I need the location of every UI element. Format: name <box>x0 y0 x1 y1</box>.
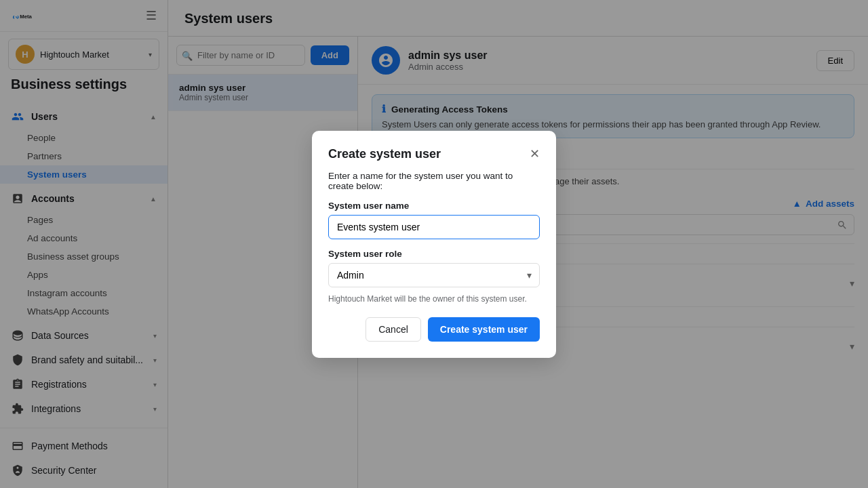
system-user-role-label: System user role <box>328 249 540 259</box>
system-user-name-label: System user name <box>328 201 540 211</box>
cancel-button[interactable]: Cancel <box>366 317 421 342</box>
create-system-user-button[interactable]: Create system user <box>428 317 540 342</box>
modal-hint: Hightouch Market will be the owner of th… <box>328 294 540 304</box>
modal-header: Create system user ✕ <box>328 147 540 161</box>
modal-description: Enter a name for the system user you wan… <box>328 171 540 191</box>
system-user-role-select[interactable]: Admin Employee <box>328 263 540 287</box>
modal-overlay: Create system user ✕ Enter a name for th… <box>0 0 868 488</box>
modal-close-button[interactable]: ✕ <box>530 148 540 160</box>
modal-actions: Cancel Create system user <box>328 317 540 342</box>
system-user-name-input[interactable] <box>328 215 540 239</box>
system-user-role-wrapper: Admin Employee ▾ <box>328 263 540 287</box>
modal-title: Create system user <box>328 147 441 161</box>
create-system-user-modal: Create system user ✕ Enter a name for th… <box>312 131 556 358</box>
